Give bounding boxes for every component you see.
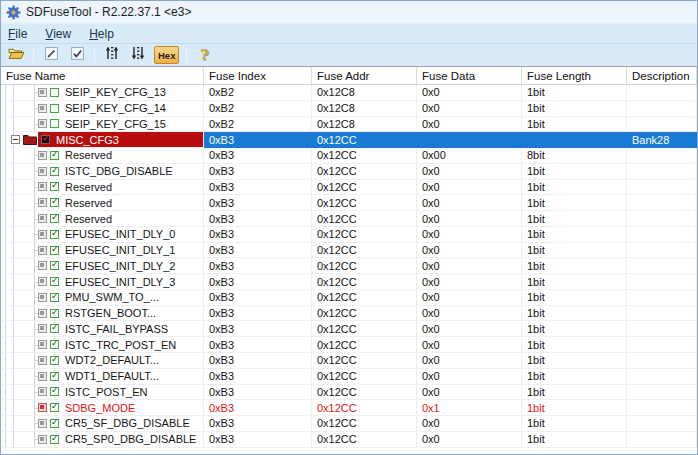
collapse-all-button[interactable]	[128, 46, 148, 65]
fuse-checkbox[interactable]	[50, 435, 59, 444]
edit-fuse-button[interactable]	[41, 46, 61, 65]
fuse-data-cell: 0x0	[417, 180, 522, 196]
table-row[interactable]: ISTC_FAIL_BYPASS 0xB3 0x12CC 0x0 1bit	[1, 321, 697, 337]
table-row[interactable]: EFUSEC_INIT_DLY_1 0xB3 0x12CC 0x0 1bit	[1, 243, 697, 259]
fuse-name-cell: ISTC_FAIL_BYPASS	[1, 321, 204, 337]
fuse-data-cell: 0x0	[417, 258, 522, 274]
fuse-addr-cell: 0x12CC	[312, 274, 417, 290]
fuse-data-cell: 0x0	[417, 85, 522, 101]
fuse-checkbox[interactable]	[50, 324, 59, 333]
fuse-name-label: Reserved	[65, 181, 112, 193]
table-row[interactable]: Reserved 0xB3 0x12CC 0x0 1bit	[1, 211, 697, 227]
fuse-checkbox[interactable]	[50, 167, 59, 176]
menu-help[interactable]: Help	[89, 27, 114, 41]
fuse-checkbox[interactable]	[50, 246, 59, 255]
fuse-name-cell: PMU_SWM_TO_...	[1, 290, 204, 306]
fuse-checkbox[interactable]	[50, 214, 59, 223]
fuse-data-cell: 0x0	[417, 243, 522, 259]
fuse-data-cell: 0x0	[417, 274, 522, 290]
fuse-name-cell: MISC_CFG3	[1, 132, 204, 148]
table-row[interactable]: ISTC_POST_EN 0xB3 0x12CC 0x0 1bit	[1, 385, 697, 401]
table-row[interactable]: ISTC_DBG_DISABLE 0xB3 0x12CC 0x0 1bit	[1, 164, 697, 180]
fuse-checkbox[interactable]	[50, 104, 59, 113]
menu-file[interactable]: File	[8, 27, 27, 41]
fuse-checkbox[interactable]	[50, 277, 59, 286]
table-row[interactable]: Reserved 0xB3 0x12CC 0x00 8bit	[1, 148, 697, 164]
fuse-name-label: SEIP_KEY_CFG_13	[65, 86, 166, 98]
confirm-fuse-button[interactable]	[67, 46, 87, 65]
fuse-state-icon	[38, 419, 47, 428]
fuse-checkbox[interactable]	[50, 198, 59, 207]
fuse-data-cell: 0x0	[417, 306, 522, 322]
description-cell	[627, 400, 697, 416]
column-header-fuse-data[interactable]: Fuse Data	[417, 67, 522, 84]
menu-help-hotkey: H	[89, 27, 98, 41]
fuse-checkbox[interactable]	[50, 372, 59, 381]
fuse-index-cell: 0xB3	[204, 274, 312, 290]
fuse-checkbox[interactable]	[50, 230, 59, 239]
fuse-checkbox[interactable]	[50, 309, 59, 318]
description-cell	[627, 117, 697, 133]
fuse-checkbox[interactable]	[50, 419, 59, 428]
column-header-fuse-addr[interactable]: Fuse Addr	[312, 67, 417, 84]
table-row[interactable]: Reserved 0xB3 0x12CC 0x0 1bit	[1, 195, 697, 211]
fuse-checkbox[interactable]	[50, 387, 59, 396]
open-file-button[interactable]	[6, 46, 26, 65]
table-row[interactable]: CR5_SF_DBG_DISABLE 0xB3 0x12CC 0x0 1bit	[1, 416, 697, 432]
fuse-name-label: EFUSEC_INIT_DLY_2	[65, 260, 175, 272]
fuse-name-cell: WDT2_DEFAULT...	[1, 353, 204, 369]
table-row[interactable]: WDT2_DEFAULT... 0xB3 0x12CC 0x0 1bit	[1, 353, 697, 369]
fuse-length-cell: 1bit	[522, 369, 627, 385]
fuse-name-label: SDBG_MODE	[65, 402, 135, 414]
fuse-index-cell: 0xB3	[204, 227, 312, 243]
table-row[interactable]: MISC_CFG3 0xB3 0x12CC Bank28	[1, 132, 697, 148]
fuse-checkbox[interactable]	[50, 340, 59, 349]
column-header-fuse-name[interactable]: Fuse Name	[1, 67, 204, 84]
menu-view-rest: iew	[53, 27, 71, 41]
fuse-checkbox[interactable]	[50, 261, 59, 270]
menu-help-rest: elp	[98, 27, 114, 41]
fuse-checkbox[interactable]	[50, 151, 59, 160]
table-row[interactable]: ISTC_TRC_POST_EN 0xB3 0x12CC 0x0 1bit	[1, 337, 697, 353]
table-row[interactable]: SEIP_KEY_CFG_13 0xB2 0x12C8 0x0 1bit	[1, 85, 697, 101]
pencil-box-icon	[44, 46, 59, 65]
table-row[interactable]: SEIP_KEY_CFG_14 0xB2 0x12C8 0x0 1bit	[1, 101, 697, 117]
description-cell	[627, 274, 697, 290]
hex-toggle-button[interactable]: Hex	[154, 46, 179, 64]
table-row[interactable]: CR5_SP0_DBG_DISABLE 0xB3 0x12CC 0x0 1bit	[1, 432, 697, 448]
menu-file-rest: ile	[15, 27, 27, 41]
fuse-checkbox[interactable]	[50, 88, 59, 97]
fuse-data-cell: 0x0	[417, 195, 522, 211]
fuse-data-cell: 0x0	[417, 227, 522, 243]
help-button[interactable]: ?	[194, 46, 214, 65]
table-row[interactable]: Reserved 0xB3 0x12CC 0x0 1bit	[1, 180, 697, 196]
fuse-checkbox[interactable]	[41, 135, 50, 144]
fuse-checkbox[interactable]	[50, 403, 59, 412]
fuse-checkbox[interactable]	[50, 182, 59, 191]
expand-all-button[interactable]	[102, 46, 122, 65]
fuse-name-highlight: SEIP_KEY_CFG_15	[47, 117, 203, 132]
fuse-checkbox[interactable]	[50, 293, 59, 302]
table-row[interactable]: WDT1_DEFAULT... 0xB3 0x12CC 0x0 1bit	[1, 369, 697, 385]
table-row[interactable]: SEIP_KEY_CFG_15 0xB2 0x12C8 0x0 1bit	[1, 117, 697, 133]
table-row[interactable]: EFUSEC_INIT_DLY_3 0xB3 0x12CC 0x0 1bit	[1, 274, 697, 290]
fuse-data-cell: 0x0	[417, 353, 522, 369]
fuse-name-label: Reserved	[65, 197, 112, 209]
menu-view[interactable]: View	[45, 27, 71, 41]
column-header-fuse-index[interactable]: Fuse Index	[204, 67, 312, 84]
fuse-addr-cell: 0x12CC	[312, 227, 417, 243]
table-row[interactable]: RSTGEN_BOOT... 0xB3 0x12CC 0x0 1bit	[1, 306, 697, 322]
column-header-fuse-length[interactable]: Fuse Length	[522, 67, 627, 84]
column-header-description[interactable]: Description	[627, 67, 697, 84]
fuse-checkbox[interactable]	[50, 119, 59, 128]
fuse-data-cell: 0x00	[417, 148, 522, 164]
table-row[interactable]: EFUSEC_INIT_DLY_2 0xB3 0x12CC 0x0 1bit	[1, 258, 697, 274]
table-row[interactable]: PMU_SWM_TO_... 0xB3 0x12CC 0x0 1bit	[1, 290, 697, 306]
fuse-checkbox[interactable]	[50, 356, 59, 365]
table-row[interactable]: SDBG_MODE 0xB3 0x12CC 0x1 1bit	[1, 400, 697, 416]
fuse-state-icon	[38, 151, 47, 160]
table-row[interactable]: EFUSEC_INIT_DLY_0 0xB3 0x12CC 0x0 1bit	[1, 227, 697, 243]
description-cell	[627, 306, 697, 322]
tree-collapse-icon[interactable]	[11, 135, 20, 144]
fuse-data-cell: 0x0	[417, 385, 522, 401]
